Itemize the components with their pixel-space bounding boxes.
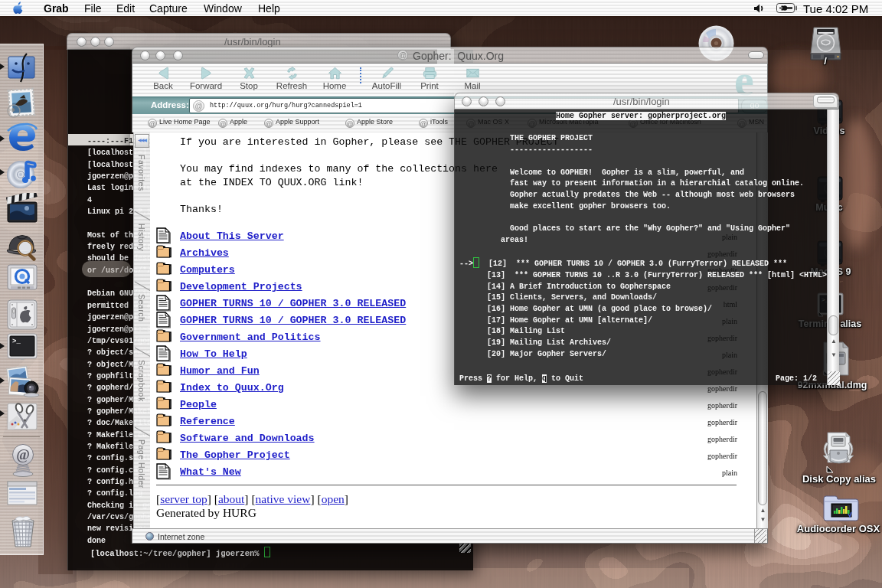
svg-text:>_: >_ [12,338,21,345]
svg-text:@: @ [16,446,30,462]
